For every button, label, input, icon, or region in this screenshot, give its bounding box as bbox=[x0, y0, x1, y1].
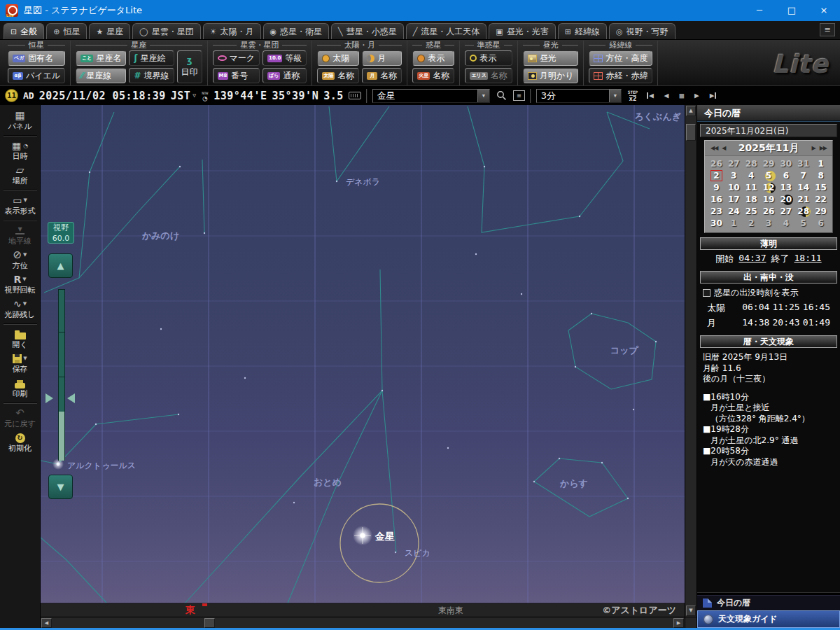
calendar-day[interactable]: 30 bbox=[708, 218, 725, 230]
sidebar-item-reset[interactable]: ↻初期化 bbox=[1, 430, 40, 455]
button-moon-name[interactable]: 月名称 bbox=[362, 68, 402, 83]
star-chart[interactable]: ろくぶんぎかみのけコップおとめからすデネボラアルクトゥールススピカ金星東東南東©… bbox=[41, 105, 685, 617]
calendar-day[interactable]: 4 bbox=[777, 218, 794, 230]
button-constellation-lines[interactable]: ⁄⁄星座線 bbox=[76, 68, 126, 83]
calendar-day[interactable]: 12 bbox=[760, 182, 778, 194]
fov-slider-handle-icon[interactable] bbox=[67, 393, 75, 403]
button-daylight[interactable]: 昼光 bbox=[523, 50, 579, 66]
vertical-scrollbar[interactable]: ▲ ▼ bbox=[685, 105, 696, 617]
sidebar-item-save[interactable]: ▼保存 bbox=[1, 351, 40, 376]
calendar-day[interactable]: 16 bbox=[708, 194, 725, 206]
calendar-day[interactable]: 13 bbox=[777, 182, 794, 194]
calendar-day[interactable]: 28 bbox=[794, 206, 812, 218]
close-button[interactable]: × bbox=[808, 0, 840, 21]
calendar-day[interactable]: 14 bbox=[794, 182, 812, 194]
maximize-button[interactable]: □ bbox=[776, 0, 808, 21]
calendar-day[interactable]: 27 bbox=[725, 158, 743, 170]
calendar-day[interactable]: 4 bbox=[743, 170, 760, 182]
tab-fixed-stars[interactable]: ⊕恒星 bbox=[46, 23, 87, 39]
horizontal-scroll-thumb[interactable] bbox=[204, 618, 215, 628]
sidebar-item-light-trail[interactable]: ∿▼光跡残し bbox=[1, 297, 40, 321]
magnitude-limit[interactable]: 3.5 bbox=[323, 90, 344, 102]
tab-nebulae-clusters[interactable]: ◯星雲・星団 bbox=[132, 23, 200, 39]
button-number[interactable]: M8番号 bbox=[213, 68, 260, 83]
button-azimuth-altitude[interactable]: 方位・高度 bbox=[589, 50, 652, 66]
month-badge[interactable]: 11 bbox=[5, 89, 18, 102]
button-constellation-name[interactable]: こと星座名 bbox=[76, 50, 126, 66]
fov-zoom-in-button[interactable]: ▲ bbox=[48, 253, 73, 278]
planet-times-checkbox[interactable] bbox=[703, 289, 710, 297]
calendar-day[interactable]: 11 bbox=[743, 182, 760, 194]
calendar-day[interactable]: 22 bbox=[812, 194, 830, 206]
sidebar-item-fov-rotation[interactable]: R▼視野回転 bbox=[1, 272, 40, 297]
calendar-day[interactable]: 24 bbox=[725, 206, 743, 218]
calendar-day[interactable]: 6 bbox=[777, 170, 794, 182]
skip-to-start-button[interactable]: ◀ bbox=[644, 91, 657, 100]
calendar-day[interactable]: 29 bbox=[760, 158, 778, 170]
sidebar-item-open[interactable]: 開く bbox=[1, 327, 40, 351]
datetime-display[interactable]: 2025/11/02 05:18:39 bbox=[39, 90, 166, 102]
sidebar-item-print[interactable]: 印刷 bbox=[1, 376, 40, 400]
calendar-next-month-button[interactable]: ▶ bbox=[810, 145, 818, 151]
calendar-day[interactable]: 2 bbox=[743, 218, 760, 230]
calendar-day[interactable]: 3 bbox=[725, 170, 743, 182]
twilight-start-time[interactable]: 04:37 bbox=[738, 253, 766, 265]
calendar-day[interactable]: 25 bbox=[743, 206, 760, 218]
horizontal-scrollbar[interactable]: ◀ ▶ bbox=[41, 617, 685, 628]
menu-icon[interactable]: ≡ bbox=[820, 23, 835, 36]
button-planets-display[interactable]: 表示 bbox=[412, 50, 454, 66]
calendar-day[interactable]: 31 bbox=[794, 158, 812, 170]
button-sun-name[interactable]: 太陽名称 bbox=[317, 68, 359, 83]
button-magnitude[interactable]: 10.0等級 bbox=[262, 50, 307, 66]
calendar-day[interactable]: 18 bbox=[743, 194, 760, 206]
button-proper-name[interactable]: ペガ固有名 bbox=[8, 50, 65, 66]
list-icon[interactable]: ≡ bbox=[513, 90, 525, 101]
button-common-name[interactable]: ばら通称 bbox=[262, 68, 307, 83]
tab-daylight-lightpollution[interactable]: ▣昼光・光害 bbox=[489, 23, 555, 39]
tab-comets-asteroids[interactable]: ╲彗星・小惑星 bbox=[331, 23, 404, 39]
dropdown-arrow-icon[interactable]: ▼ bbox=[609, 90, 621, 102]
calendar-day[interactable]: 3 bbox=[760, 218, 778, 230]
tab-coordinate-lines[interactable]: ⊞経緯線 bbox=[558, 23, 607, 39]
calendar-day[interactable]: 6 bbox=[812, 218, 830, 230]
calendar-day[interactable]: 23 bbox=[708, 206, 725, 218]
now-clock-icon[interactable]: NOW◔ bbox=[202, 91, 208, 101]
calendar-day[interactable]: 29 bbox=[812, 206, 830, 218]
search-icon[interactable] bbox=[495, 90, 508, 102]
target-select[interactable]: 金星 ▼ bbox=[372, 89, 490, 103]
scroll-right-button[interactable]: ▶ bbox=[673, 618, 684, 628]
calendar-next-year-button[interactable]: ▶▶ bbox=[818, 145, 829, 151]
calendar-day[interactable]: 5 bbox=[794, 218, 812, 230]
calendar-day[interactable]: 1 bbox=[725, 218, 743, 230]
sidebar-item-location[interactable]: ▱場所 bbox=[1, 163, 40, 188]
button-planets-name[interactable]: 火星名称 bbox=[412, 68, 454, 83]
tab-fov-photo[interactable]: ◎視野・写野 bbox=[609, 23, 676, 39]
button-constellation-art[interactable]: ʃ星座絵 bbox=[129, 50, 174, 66]
calendar-day[interactable]: 26 bbox=[708, 158, 725, 170]
calendar-day[interactable]: 28 bbox=[743, 158, 760, 170]
sidebar-item-datetime[interactable]: ▦◔日時 bbox=[1, 139, 40, 163]
minimize-button[interactable]: ─ bbox=[743, 0, 776, 21]
button-bayer[interactable]: αβバイエル bbox=[8, 68, 65, 83]
scroll-left-button[interactable]: ◀ bbox=[41, 618, 52, 628]
scroll-down-button[interactable]: ▼ bbox=[686, 606, 696, 616]
button-moon[interactable]: 月 bbox=[362, 50, 402, 66]
keyboard-icon[interactable] bbox=[349, 92, 361, 99]
calendar-day[interactable]: 19 bbox=[760, 194, 778, 206]
tab-general[interactable]: ⊡全般 bbox=[4, 23, 44, 39]
skip-to-end-button[interactable]: ▶ bbox=[707, 91, 720, 100]
panel-tab-astro-guide[interactable]: 天文現象ガイド bbox=[697, 610, 840, 628]
twilight-end-time[interactable]: 18:11 bbox=[794, 253, 822, 265]
scroll-up-button[interactable]: ▲ bbox=[686, 106, 696, 116]
button-landmark[interactable]: ʒ目印 bbox=[177, 50, 202, 83]
sidebar-item-direction[interactable]: ⊘▼方位 bbox=[1, 248, 40, 272]
tab-meteors-artificial[interactable]: ╱流星・人工天体 bbox=[406, 23, 487, 39]
button-dwarf-display[interactable]: 表示 bbox=[465, 50, 512, 66]
button-mark[interactable]: マーク bbox=[213, 50, 260, 66]
calendar-day[interactable]: 9 bbox=[708, 182, 725, 194]
timezone-dropdown-icon[interactable]: ▽ bbox=[192, 92, 196, 99]
time-step-select[interactable]: 3分 ▼ bbox=[536, 89, 622, 103]
calendar-day[interactable]: 5 bbox=[760, 170, 778, 182]
calendar-day[interactable]: 8 bbox=[812, 170, 830, 182]
sidebar-item-panel[interactable]: ▦パネル bbox=[1, 108, 40, 133]
